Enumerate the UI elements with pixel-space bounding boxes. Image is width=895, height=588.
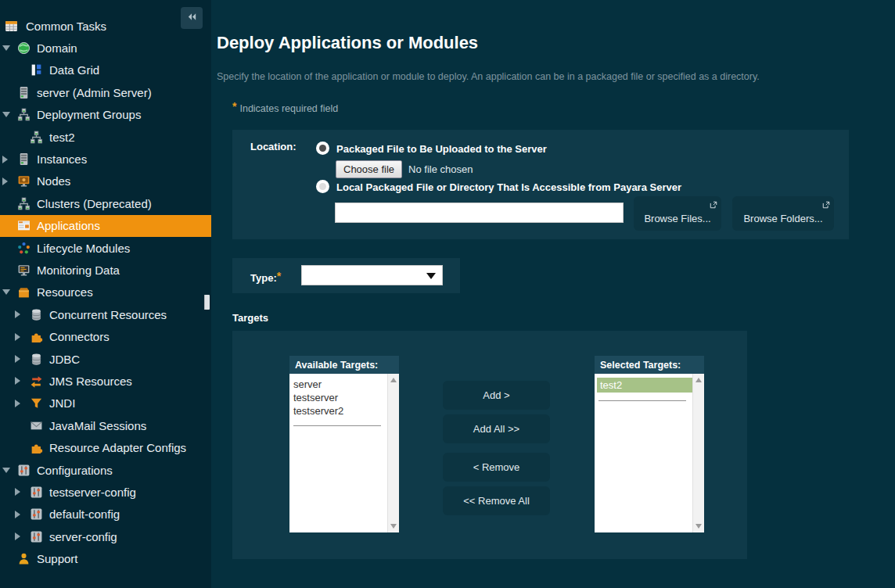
- list-separator: [598, 400, 686, 401]
- sidebar-item-deployment-groups[interactable]: Deployment Groups: [0, 104, 211, 126]
- sidebar-item-clusters-deprecated[interactable]: Clusters (Deprecated): [0, 192, 211, 214]
- lifecycle-icon: [17, 242, 31, 255]
- sidebar-item-label: testserver-config: [49, 486, 136, 499]
- sidebar-item-testserver-config[interactable]: testserver-config: [0, 481, 211, 503]
- expand-tree-arrow-icon[interactable]: [15, 310, 30, 318]
- sidebar-item-resources[interactable]: Resources: [0, 281, 211, 303]
- external-link-icon: [822, 199, 830, 207]
- sidebar-item-label: Nodes: [37, 174, 70, 188]
- sidebar-item-server-admin-server[interactable]: server (Admin Server): [0, 81, 211, 103]
- sidebar-item-label: JNDI: [49, 396, 75, 410]
- sidebar-item-label: JDBC: [49, 353, 80, 366]
- sidebar-item-default-config[interactable]: default-config: [0, 504, 211, 525]
- sidebar-item-label: Instances: [37, 152, 87, 166]
- sidebar-item-jdbc[interactable]: JDBC: [0, 348, 211, 370]
- sidebar-item-instances[interactable]: Instances: [0, 148, 211, 170]
- targets-panel: Available Targets: servertestservertests…: [232, 331, 747, 559]
- connector-puzzle-icon: [30, 441, 43, 454]
- available-targets-header: Available Targets:: [289, 356, 399, 374]
- remove-all-button[interactable]: << Remove All: [443, 486, 550, 515]
- mail-envelope-icon: [30, 419, 43, 432]
- collapse-tree-arrow-icon[interactable]: [2, 112, 17, 117]
- sidebar-item-label: JavaMail Sessions: [49, 419, 146, 432]
- sidebar-item-connectors[interactable]: Connectors: [0, 325, 211, 347]
- external-link-icon: [710, 199, 717, 207]
- payara-admin-console: Common TasksDomainData Gridserver (Admin…: [0, 0, 895, 588]
- sidebar-item-jms-resources[interactable]: JMS Resources: [0, 370, 211, 392]
- cluster-icon: [17, 108, 31, 121]
- sidebar-item-server-config[interactable]: server-config: [0, 525, 211, 547]
- target-option-server[interactable]: server: [289, 378, 387, 391]
- add-button[interactable]: Add >: [443, 381, 550, 410]
- browse-files-button[interactable]: Browse Files...: [634, 196, 721, 231]
- list-separator: [293, 425, 381, 426]
- scroll-down-arrow-icon[interactable]: [696, 524, 702, 529]
- upload-file-radio[interactable]: [316, 142, 329, 155]
- sidebar-item-support[interactable]: Support: [0, 547, 211, 569]
- local-path-input[interactable]: [335, 203, 624, 223]
- config-sliders-icon: [30, 530, 43, 543]
- location-panel: Location: Packaged File to Be Uploaded t…: [232, 130, 849, 239]
- target-option-test2[interactable]: test2: [597, 378, 692, 393]
- available-targets-scrollbar[interactable]: [387, 374, 399, 532]
- sidebar-item-common-tasks[interactable]: Common Tasks: [0, 15, 211, 37]
- selected-targets-scrollbar[interactable]: [692, 374, 704, 532]
- choose-file-button[interactable]: Choose file: [336, 160, 402, 178]
- applications-icon: [17, 219, 31, 232]
- add-all-button[interactable]: Add All >>: [443, 414, 550, 443]
- sidebar-item-label: Configurations: [37, 464, 113, 477]
- sidebar-item-label: server (Admin Server): [37, 86, 152, 99]
- sidebar-item-lifecycle-modules[interactable]: Lifecycle Modules: [0, 237, 211, 259]
- connector-puzzle-icon: [30, 330, 43, 343]
- available-targets-listbox[interactable]: servertestservertestserver2: [289, 374, 399, 532]
- target-option-testserver2[interactable]: testserver2: [289, 404, 387, 418]
- sidebar-item-test2[interactable]: test2: [0, 126, 211, 148]
- local-file-radio[interactable]: [316, 180, 329, 193]
- sidebar-item-nodes[interactable]: Nodes: [0, 170, 211, 192]
- sidebar-item-concurrent-resources[interactable]: Concurrent Resources: [0, 303, 211, 325]
- sidebar-item-javamail-sessions[interactable]: JavaMail Sessions: [0, 414, 211, 436]
- config-sliders-icon: [30, 486, 43, 499]
- browse-folders-button[interactable]: Browse Folders...: [732, 196, 834, 231]
- expand-tree-arrow-icon[interactable]: [15, 532, 30, 540]
- sidebar-item-data-grid[interactable]: Data Grid: [0, 59, 211, 81]
- type-dropdown[interactable]: [301, 265, 443, 285]
- sidebar-item-label: Support: [37, 552, 78, 565]
- sidebar-item-domain[interactable]: Domain: [0, 37, 211, 59]
- sidebar-item-monitoring-data[interactable]: Monitoring Data: [0, 259, 211, 281]
- sidebar-item-jndi[interactable]: JNDI: [0, 393, 211, 414]
- collapse-tree-arrow-icon[interactable]: [2, 45, 17, 51]
- sidebar-tree: Common TasksDomainData Gridserver (Admin…: [0, 15, 211, 570]
- target-option-testserver[interactable]: testserver: [289, 391, 387, 404]
- expand-tree-arrow-icon[interactable]: [2, 156, 17, 163]
- collapse-tree-arrow-icon[interactable]: [2, 289, 17, 295]
- sidebar-scrollbar-thumb[interactable]: [204, 295, 210, 310]
- expand-tree-arrow-icon[interactable]: [2, 177, 17, 185]
- sidebar-collapse-button[interactable]: [181, 7, 203, 29]
- scroll-up-arrow-icon[interactable]: [696, 378, 702, 382]
- required-asterisk: *: [232, 100, 236, 113]
- selected-targets-listbox[interactable]: test2: [595, 374, 704, 532]
- scroll-down-arrow-icon[interactable]: [390, 524, 397, 529]
- sidebar-item-label: Domain: [37, 41, 77, 55]
- expand-tree-arrow-icon[interactable]: [15, 511, 30, 518]
- expand-tree-arrow-icon[interactable]: [15, 333, 30, 341]
- upload-file-radio-label: Packaged File to Be Uploaded to the Serv…: [336, 143, 547, 155]
- expand-tree-arrow-icon[interactable]: [15, 488, 30, 496]
- sidebar-item-label: server-config: [49, 530, 117, 543]
- sidebar-item-label: default-config: [49, 507, 120, 521]
- domain-globe-icon: [17, 41, 31, 55]
- remove-button[interactable]: < Remove: [443, 453, 550, 482]
- expand-tree-arrow-icon[interactable]: [15, 377, 30, 385]
- sidebar-item-label: Common Tasks: [26, 20, 106, 33]
- collapse-tree-arrow-icon[interactable]: [2, 468, 17, 473]
- sidebar-item-resource-adapter-configs[interactable]: Resource Adapter Configs: [0, 436, 211, 458]
- scroll-up-arrow-icon[interactable]: [390, 378, 397, 382]
- sidebar-item-label: Resources: [37, 285, 93, 299]
- expand-tree-arrow-icon[interactable]: [15, 400, 30, 407]
- expand-tree-arrow-icon[interactable]: [15, 355, 30, 363]
- sidebar-item-applications[interactable]: Applications: [0, 215, 211, 237]
- location-label: Location:: [250, 141, 297, 152]
- file-input: Choose file No file chosen: [336, 160, 473, 178]
- sidebar-item-configurations[interactable]: Configurations: [0, 459, 211, 481]
